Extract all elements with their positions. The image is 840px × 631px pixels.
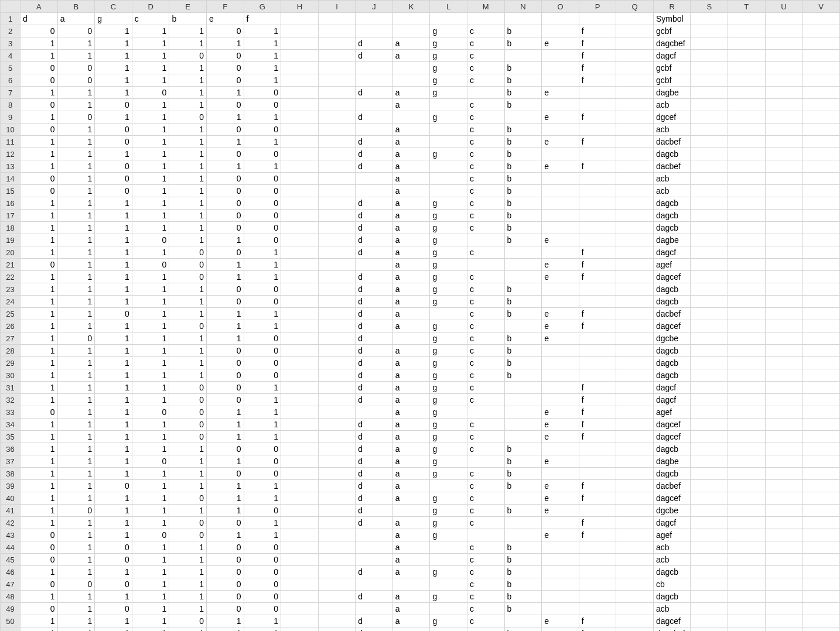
row-header-20[interactable]: 20 [1,246,21,259]
cell-L20[interactable]: g [430,246,467,259]
cell-G22[interactable]: 1 [244,271,281,283]
cell-P25[interactable]: f [579,308,616,320]
cell-P23[interactable] [579,283,616,296]
cell-S10[interactable] [691,124,728,136]
col-header-G[interactable]: G [244,1,281,13]
row-header-7[interactable]: 7 [1,87,21,99]
cell-O28[interactable] [542,345,579,357]
cell-P37[interactable] [579,455,616,468]
cell-G13[interactable]: 1 [244,160,281,173]
cell-N2[interactable]: b [504,25,542,37]
cell-K18[interactable]: a [392,222,430,234]
cell-U23[interactable] [765,283,803,296]
cell-J23[interactable]: d [356,283,393,296]
cell-R29[interactable]: dagcb [653,357,691,369]
cell-S51[interactable] [691,627,728,632]
cell-C21[interactable]: 1 [95,259,132,271]
cell-D20[interactable]: 1 [132,246,169,259]
cell-E9[interactable]: 0 [169,111,207,124]
cell-N12[interactable]: b [504,148,542,160]
cell-P51[interactable]: f [579,627,616,632]
cell-U16[interactable] [765,197,803,210]
cell-I5[interactable] [318,62,356,74]
cell-E7[interactable]: 1 [169,87,207,99]
cell-H23[interactable] [281,283,319,296]
cell-M50[interactable]: c [467,615,505,627]
cell-M35[interactable]: c [467,431,505,443]
cell-M20[interactable]: c [467,246,505,259]
cell-F28[interactable]: 0 [206,345,244,357]
cell-M7[interactable] [467,87,505,99]
cell-Q51[interactable] [616,627,654,632]
cell-C27[interactable]: 1 [95,332,132,345]
cell-M15[interactable]: c [467,185,505,197]
cell-J46[interactable]: d [356,566,393,578]
cell-J15[interactable] [356,185,393,197]
cell-N38[interactable]: b [504,468,542,480]
cell-M38[interactable]: c [467,468,505,480]
cell-H6[interactable] [281,74,319,87]
cell-P10[interactable] [579,124,616,136]
cell-G44[interactable]: 0 [244,541,281,554]
cell-C49[interactable]: 0 [95,603,132,615]
col-header-I[interactable]: I [318,1,356,13]
cell-U21[interactable] [765,259,803,271]
cell-A48[interactable]: 1 [21,591,58,603]
cell-G45[interactable]: 0 [244,554,281,566]
cell-I43[interactable] [318,529,356,541]
cell-B19[interactable]: 1 [57,234,95,246]
cell-N27[interactable]: b [504,332,542,345]
cell-P42[interactable]: f [579,517,616,529]
cell-H36[interactable] [281,443,319,455]
cell-E26[interactable]: 0 [169,320,207,332]
row-header-47[interactable]: 47 [1,578,21,591]
col-header-C[interactable]: C [95,1,132,13]
cell-N5[interactable]: b [504,62,542,74]
cell-M30[interactable]: c [467,369,505,382]
cell-O35[interactable]: e [542,431,579,443]
cell-N43[interactable] [504,529,542,541]
cell-S26[interactable] [691,320,728,332]
cell-B33[interactable]: 1 [57,406,95,419]
cell-I1[interactable] [318,13,356,25]
cell-I38[interactable] [318,468,356,480]
cell-N35[interactable] [504,431,542,443]
cell-G50[interactable]: 1 [244,615,281,627]
cell-E33[interactable]: 0 [169,406,207,419]
cell-Q24[interactable] [616,296,654,308]
row-header-12[interactable]: 12 [1,148,21,160]
cell-I50[interactable] [318,615,356,627]
cell-U33[interactable] [765,406,803,419]
cell-B42[interactable]: 1 [57,517,95,529]
cell-A38[interactable]: 1 [21,468,58,480]
cell-T16[interactable] [728,197,766,210]
cell-J39[interactable]: d [356,480,393,492]
cell-A11[interactable]: 1 [21,136,58,148]
cell-C29[interactable]: 1 [95,357,132,369]
cell-E5[interactable]: 1 [169,62,207,74]
cell-V30[interactable] [803,369,840,382]
cell-L41[interactable]: g [430,505,467,517]
cell-Q11[interactable] [616,136,654,148]
cell-F36[interactable]: 0 [206,443,244,455]
cell-J34[interactable]: d [356,419,393,431]
cell-L37[interactable]: g [430,455,467,468]
cell-T15[interactable] [728,185,766,197]
cell-F46[interactable]: 0 [206,566,244,578]
cell-T51[interactable] [728,627,766,632]
cell-G29[interactable]: 0 [244,357,281,369]
cell-V38[interactable] [803,468,840,480]
cell-K51[interactable]: a [392,627,430,632]
cell-K42[interactable]: a [392,517,430,529]
cell-N50[interactable] [504,615,542,627]
cell-N17[interactable]: b [504,210,542,222]
cell-B6[interactable]: 0 [57,74,95,87]
cell-E16[interactable]: 1 [169,197,207,210]
cell-P16[interactable] [579,197,616,210]
cell-O42[interactable] [542,517,579,529]
cell-I47[interactable] [318,578,356,591]
cell-M3[interactable]: c [467,37,505,50]
cell-F48[interactable]: 0 [206,591,244,603]
cell-C32[interactable]: 1 [95,394,132,406]
cell-D12[interactable]: 1 [132,148,169,160]
